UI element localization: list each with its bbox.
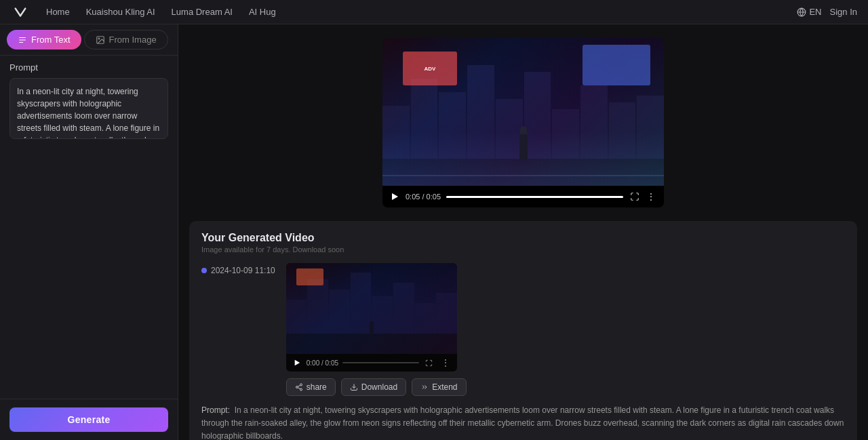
small-more-icon[interactable]: ⋮ bbox=[439, 357, 452, 369]
main-video-player: ADV 0:05 / 0:05 bbox=[382, 38, 664, 207]
prompt-input[interactable]: In a neon-lit city at night, towering sk… bbox=[9, 78, 168, 139]
generated-content: 2024-10-09 11:10 bbox=[201, 263, 845, 396]
generated-section: Your Generated Video Image available for… bbox=[189, 221, 857, 440]
svg-point-5 bbox=[300, 384, 302, 386]
share-label: share bbox=[307, 382, 327, 392]
nav-kling[interactable]: Kuaishou Kling AI bbox=[86, 7, 155, 17]
fullscreen-icon[interactable] bbox=[629, 191, 641, 203]
prompt-display-label: Prompt: bbox=[201, 405, 230, 415]
main-video-thumbnail: ADV bbox=[382, 38, 664, 186]
svg-line-8 bbox=[298, 388, 300, 389]
svg-marker-4 bbox=[294, 360, 300, 365]
main-nav: Home Kuaishou Kling AI Luma Dream AI AI … bbox=[46, 7, 797, 17]
more-options-icon[interactable]: ⋮ bbox=[645, 191, 657, 203]
from-image-label: From Image bbox=[109, 35, 157, 45]
sidebar-bottom: Generate bbox=[0, 399, 178, 440]
svg-line-9 bbox=[298, 385, 300, 386]
share-button[interactable]: share bbox=[286, 378, 336, 396]
extend-button[interactable]: Extend bbox=[412, 378, 466, 396]
timestamp: 2024-10-09 11:10 bbox=[201, 263, 275, 275]
nav-aihug[interactable]: AI Hug bbox=[249, 7, 276, 17]
generated-prompt-display: Prompt: In a neon-lit city at night, tow… bbox=[201, 404, 845, 440]
from-text-label: From Text bbox=[31, 35, 71, 45]
sign-in-button[interactable]: Sign In bbox=[830, 7, 857, 17]
video-player-section: ADV 0:05 / 0:05 bbox=[178, 24, 868, 221]
main-video-controls: 0:05 / 0:05 ⋮ bbox=[382, 186, 664, 207]
nav-luma[interactable]: Luma Dream AI bbox=[172, 7, 233, 17]
logo[interactable] bbox=[11, 3, 30, 22]
neon-sign-left: ADV bbox=[403, 52, 457, 85]
generate-button[interactable]: Generate bbox=[9, 407, 168, 432]
small-play-button[interactable] bbox=[292, 357, 302, 368]
sidebar: From Text From Image Prompt In a neon-li… bbox=[0, 24, 178, 440]
action-buttons: share Download bbox=[286, 378, 457, 396]
small-fullscreen-icon[interactable] bbox=[423, 357, 435, 369]
play-button[interactable] bbox=[389, 191, 400, 202]
prompt-section: Prompt In a neon-lit city at night, towe… bbox=[0, 56, 178, 399]
progress-bar[interactable] bbox=[446, 196, 623, 198]
content-area: ADV 0:05 / 0:05 bbox=[178, 24, 868, 440]
time-display: 0:05 / 0:05 bbox=[406, 193, 441, 201]
generated-header: Your Generated Video Image available for… bbox=[201, 232, 845, 254]
small-neon-sign bbox=[296, 268, 323, 285]
neon-sign-right bbox=[583, 45, 650, 85]
prompt-label: Prompt bbox=[9, 62, 168, 73]
small-video-thumbnail bbox=[286, 263, 457, 354]
main-layout: From Text From Image Prompt In a neon-li… bbox=[0, 24, 868, 440]
extend-label: Extend bbox=[432, 382, 457, 392]
language-selector[interactable]: EN bbox=[797, 7, 821, 17]
small-time-display: 0:00 / 0:05 bbox=[307, 359, 338, 367]
svg-point-2 bbox=[98, 38, 100, 39]
small-lone-figure bbox=[370, 321, 374, 335]
svg-point-7 bbox=[300, 388, 302, 391]
from-text-tab[interactable]: From Text bbox=[7, 30, 81, 49]
status-dot bbox=[201, 268, 207, 273]
progress-fill bbox=[446, 196, 623, 198]
lone-figure bbox=[519, 134, 528, 160]
svg-marker-3 bbox=[392, 193, 398, 200]
lang-label: EN bbox=[809, 7, 821, 17]
header-right: EN Sign In bbox=[797, 7, 857, 17]
small-video-controls: 0:00 / 0:05 ⋮ bbox=[286, 354, 457, 372]
download-label: Download bbox=[361, 382, 397, 392]
download-button[interactable]: Download bbox=[341, 378, 406, 396]
timestamp-value: 2024-10-09 11:10 bbox=[211, 266, 275, 275]
video-ctrl-right: ⋮ bbox=[629, 191, 657, 203]
from-image-tab[interactable]: From Image bbox=[84, 30, 168, 49]
small-progress-bar[interactable] bbox=[342, 362, 419, 363]
small-video-wrap: 0:00 / 0:05 ⋮ bbox=[286, 263, 457, 396]
generated-title: Your Generated Video bbox=[201, 232, 845, 244]
tab-row: From Text From Image bbox=[0, 24, 178, 56]
generated-subtitle: Image available for 7 days. Download soo… bbox=[201, 245, 845, 254]
svg-point-6 bbox=[296, 386, 298, 388]
prompt-display-text: In a neon-lit city at night, towering sk… bbox=[201, 405, 844, 440]
nav-home[interactable]: Home bbox=[46, 7, 70, 17]
header: Home Kuaishou Kling AI Luma Dream AI AI … bbox=[0, 0, 868, 24]
